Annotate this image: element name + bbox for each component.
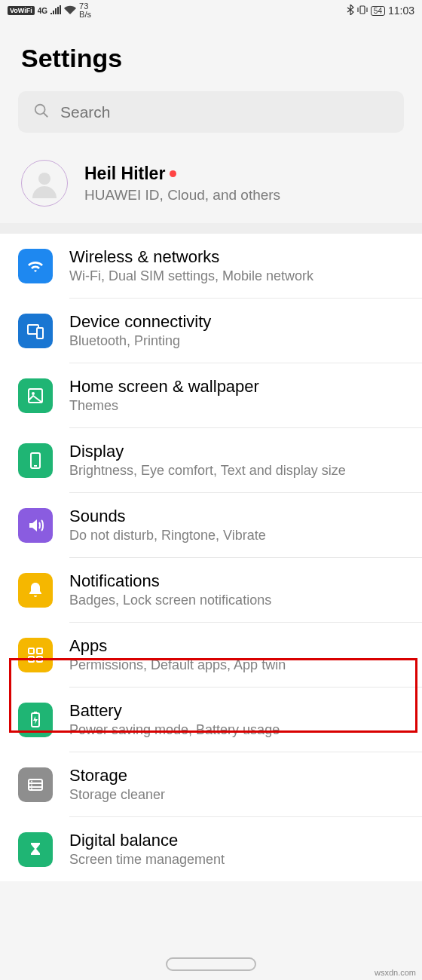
time: 11:03 xyxy=(388,5,414,17)
hourglass-icon xyxy=(18,832,53,867)
svg-point-19 xyxy=(31,780,32,782)
bluetooth-icon xyxy=(347,5,354,17)
svg-rect-13 xyxy=(37,657,42,662)
search-icon xyxy=(33,103,50,122)
svg-rect-15 xyxy=(34,712,37,713)
svg-rect-16 xyxy=(29,779,42,790)
account-name: Heil Hitler xyxy=(84,164,176,184)
item-sub: Permissions, Default apps, App twin xyxy=(69,657,414,673)
search-bar[interactable] xyxy=(18,91,404,133)
svg-rect-5 xyxy=(37,328,43,338)
item-title: Home screen & wallpaper xyxy=(69,377,414,397)
apps-icon xyxy=(18,638,53,672)
status-bar: VoWiFi 4G 73 B/s 54 11:03 xyxy=(0,0,422,21)
status-right: 54 11:03 xyxy=(347,5,414,17)
item-device-connectivity[interactable]: Device connectivity Bluetooth, Printing xyxy=(0,299,422,363)
item-notifications[interactable]: Notifications Badges, Lock screen notifi… xyxy=(0,558,422,622)
search-input[interactable] xyxy=(60,103,389,121)
page-header: Settings xyxy=(0,21,422,91)
sound-icon xyxy=(18,508,53,543)
signal-icon xyxy=(50,5,61,17)
item-title: Storage xyxy=(69,766,414,786)
item-storage[interactable]: Storage Storage cleaner xyxy=(0,752,422,816)
vowifi-badge: VoWiFi xyxy=(8,6,35,15)
item-wireless-networks[interactable]: Wireless & networks Wi-Fi, Dual SIM sett… xyxy=(0,234,422,298)
item-digital-balance[interactable]: Digital balance Screen time management xyxy=(0,817,422,881)
item-sub: Screen time management xyxy=(69,852,414,868)
status-left: VoWiFi 4G 73 B/s xyxy=(8,2,91,19)
item-sub: Badges, Lock screen notifications xyxy=(69,593,414,608)
account-text: Heil Hitler HUAWEI ID, Cloud, and others xyxy=(84,164,280,204)
svg-point-7 xyxy=(32,392,35,395)
item-sub: Storage cleaner xyxy=(69,787,414,803)
display-icon xyxy=(18,443,53,478)
svg-point-1 xyxy=(35,104,45,114)
net-speed: 73 B/s xyxy=(79,2,91,19)
battery-icon xyxy=(18,703,53,737)
notification-icon xyxy=(18,573,53,608)
svg-point-20 xyxy=(31,784,32,786)
item-sub: Power saving mode, Battery usage xyxy=(69,722,414,738)
storage-icon xyxy=(18,767,53,802)
svg-rect-11 xyxy=(37,648,42,654)
wifi-icon xyxy=(18,249,53,283)
svg-rect-0 xyxy=(360,6,365,14)
item-apps[interactable]: Apps Permissions, Default apps, App twin xyxy=(0,623,422,687)
item-sub: Bluetooth, Printing xyxy=(69,333,414,349)
page-title: Settings xyxy=(21,44,401,73)
nav-pill[interactable] xyxy=(166,957,256,971)
item-sub: Themes xyxy=(69,398,414,414)
item-sub: Wi-Fi, Dual SIM settings, Mobile network xyxy=(69,268,414,284)
item-sounds[interactable]: Sounds Do not disturb, Ringtone, Vibrate xyxy=(0,493,422,557)
item-title: Battery xyxy=(69,701,414,721)
svg-point-21 xyxy=(31,788,32,789)
battery-badge: 54 xyxy=(371,6,385,16)
item-title: Digital balance xyxy=(69,831,414,850)
item-home-wallpaper[interactable]: Home screen & wallpaper Themes xyxy=(0,363,422,427)
avatar xyxy=(21,160,68,207)
svg-point-3 xyxy=(38,173,50,185)
wifi-status-icon xyxy=(64,5,76,17)
item-sub: Do not disturb, Ringtone, Vibrate xyxy=(69,528,414,544)
item-title: Wireless & networks xyxy=(69,247,414,267)
svg-line-2 xyxy=(44,112,48,117)
svg-rect-12 xyxy=(29,657,34,662)
item-battery[interactable]: Battery Power saving mode, Battery usage xyxy=(0,688,422,752)
net-gen: 4G xyxy=(38,7,47,15)
settings-list: Wireless & networks Wi-Fi, Dual SIM sett… xyxy=(0,234,422,881)
item-display[interactable]: Display Brightness, Eye comfort, Text an… xyxy=(0,428,422,492)
account-subtitle: HUAWEI ID, Cloud, and others xyxy=(84,187,280,204)
wallpaper-icon xyxy=(18,378,53,413)
item-sub: Brightness, Eye comfort, Text and displa… xyxy=(69,463,414,479)
device-icon xyxy=(18,314,53,348)
item-title: Sounds xyxy=(69,507,414,526)
svg-rect-10 xyxy=(29,648,34,654)
notification-dot xyxy=(170,170,176,177)
item-title: Display xyxy=(69,442,414,461)
item-title: Notifications xyxy=(69,571,414,591)
item-title: Apps xyxy=(69,636,414,656)
watermark: wsxdn.com xyxy=(375,968,416,977)
account-row[interactable]: Heil Hitler HUAWEI ID, Cloud, and others xyxy=(0,146,422,223)
section-divider xyxy=(0,223,422,234)
vibrate-icon xyxy=(357,5,368,17)
item-title: Device connectivity xyxy=(69,312,414,332)
